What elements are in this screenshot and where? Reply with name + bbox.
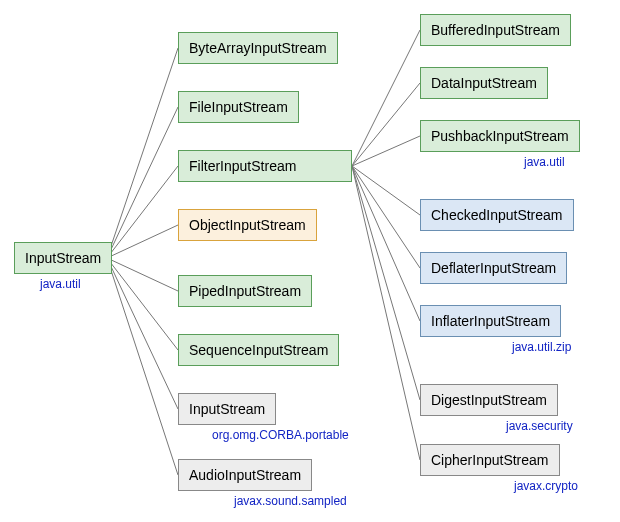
svg-line-4 (107, 258, 178, 291)
svg-line-8 (352, 30, 420, 166)
svg-line-3 (107, 225, 178, 258)
node-inputstream-root[interactable]: InputStream (14, 242, 112, 274)
node-checkedinputstream[interactable]: CheckedInputStream (420, 199, 574, 231)
node-label: BufferedInputStream (431, 22, 560, 38)
node-label: CheckedInputStream (431, 207, 563, 223)
node-digestinputstream[interactable]: DigestInputStream (420, 384, 558, 416)
node-bufferedinputstream[interactable]: BufferedInputStream (420, 14, 571, 46)
package-label: java.util (524, 155, 565, 169)
node-label: InflaterInputStream (431, 313, 550, 329)
node-filterinputstream[interactable]: FilterInputStream (178, 150, 352, 182)
class-hierarchy-diagram: InputStream java.util ByteArrayInputStre… (0, 0, 620, 522)
package-label: java.util.zip (512, 340, 571, 354)
node-pipedinputstream[interactable]: PipedInputStream (178, 275, 312, 307)
package-label: javax.crypto (514, 479, 578, 493)
node-deflaterinputstream[interactable]: DeflaterInputStream (420, 252, 567, 284)
svg-line-5 (107, 258, 178, 350)
node-label: DeflaterInputStream (431, 260, 556, 276)
svg-line-1 (107, 107, 178, 258)
package-label: javax.sound.sampled (234, 494, 347, 508)
node-label: DigestInputStream (431, 392, 547, 408)
node-datainputstream[interactable]: DataInputStream (420, 67, 548, 99)
node-pushbackinputstream[interactable]: PushbackInputStream (420, 120, 580, 152)
node-label: PipedInputStream (189, 283, 301, 299)
node-inflaterinputstream[interactable]: InflaterInputStream (420, 305, 561, 337)
package-label: java.util (40, 277, 81, 291)
node-label: ByteArrayInputStream (189, 40, 327, 56)
package-label: org.omg.CORBA.portable (212, 428, 349, 442)
svg-line-14 (352, 166, 420, 400)
node-label: ObjectInputStream (189, 217, 306, 233)
svg-line-2 (107, 166, 178, 258)
node-bytearrayinputstream[interactable]: ByteArrayInputStream (178, 32, 338, 64)
node-label: CipherInputStream (431, 452, 549, 468)
node-objectinputstream[interactable]: ObjectInputStream (178, 209, 317, 241)
node-audioinputstream[interactable]: AudioInputStream (178, 459, 312, 491)
node-label: AudioInputStream (189, 467, 301, 483)
node-label: InputStream (189, 401, 265, 417)
svg-line-11 (352, 166, 420, 215)
svg-line-6 (107, 258, 178, 409)
svg-line-12 (352, 166, 420, 268)
node-inputstream-corba[interactable]: InputStream (178, 393, 276, 425)
node-label: InputStream (25, 250, 101, 266)
node-label: SequenceInputStream (189, 342, 328, 358)
svg-line-13 (352, 166, 420, 321)
node-sequenceinputstream[interactable]: SequenceInputStream (178, 334, 339, 366)
svg-line-0 (107, 48, 178, 258)
svg-line-7 (107, 258, 178, 475)
node-fileinputstream[interactable]: FileInputStream (178, 91, 299, 123)
node-label: FileInputStream (189, 99, 288, 115)
node-cipherinputstream[interactable]: CipherInputStream (420, 444, 560, 476)
svg-line-10 (352, 136, 420, 166)
node-label: PushbackInputStream (431, 128, 569, 144)
node-label: DataInputStream (431, 75, 537, 91)
svg-line-15 (352, 166, 420, 460)
node-label: FilterInputStream (189, 158, 296, 174)
package-label: java.security (506, 419, 573, 433)
svg-line-9 (352, 83, 420, 166)
